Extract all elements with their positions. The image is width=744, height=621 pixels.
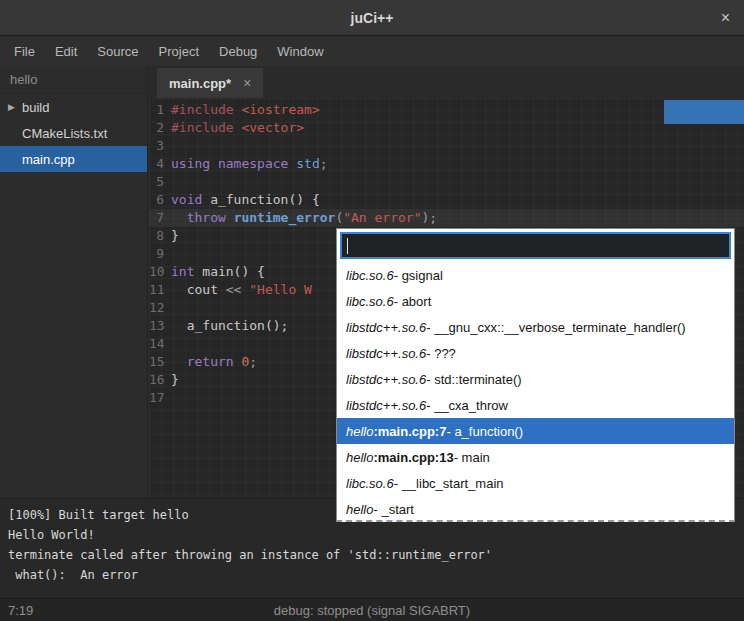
code-text: return 0;	[171, 353, 257, 371]
menu-item-source[interactable]: Source	[87, 37, 148, 66]
line-number: 14	[149, 335, 171, 353]
window-title: juCi++	[351, 10, 394, 26]
code-line: 4using namespace std;	[149, 155, 744, 173]
sidebar-item-main-cpp[interactable]: main.cpp	[0, 146, 147, 172]
debug-status: debug: stopped (signal SIGABRT)	[0, 603, 744, 618]
line-number: 4	[149, 155, 171, 173]
backtrace-item[interactable]: libstdc++.so.6 - ???	[337, 340, 734, 366]
titlebar: juCi++ ×	[0, 0, 744, 36]
backtrace-popup: libc.so.6 - gsignallibc.so.6 - abortlibs…	[336, 228, 735, 522]
console-line: terminate called after throwing an insta…	[8, 545, 736, 565]
tab-label: main.cpp*	[169, 76, 231, 91]
tab-close-icon[interactable]: ×	[243, 75, 251, 91]
backtrace-item[interactable]: libstdc++.so.6 - __cxa_throw	[337, 392, 734, 418]
line-number: 9	[149, 245, 171, 263]
menu-item-window[interactable]: Window	[267, 37, 333, 66]
backtrace-item[interactable]: libc.so.6 - __libc_start_main	[337, 470, 734, 496]
line-number: 2	[149, 119, 171, 137]
line-number: 11	[149, 281, 171, 299]
menubar: FileEditSourceProjectDebugWindow	[0, 37, 744, 66]
line-number: 10	[149, 263, 171, 281]
code-text: }	[171, 371, 179, 389]
backtrace-item[interactable]: libstdc++.so.6 - std::terminate()	[337, 366, 734, 392]
sidebar-item-build[interactable]: ▶build	[0, 94, 147, 120]
line-number: 6	[149, 191, 171, 209]
close-icon[interactable]: ×	[721, 9, 730, 27]
tab-main-cpp[interactable]: main.cpp* ×	[157, 68, 263, 98]
code-line: 3	[149, 137, 744, 155]
file-label: build	[22, 100, 49, 115]
code-line: 1#include <iostream>	[149, 101, 744, 119]
tabbar: main.cpp* ×	[149, 66, 744, 98]
code-text: throw runtime_error("An error");	[171, 209, 437, 227]
line-number: 12	[149, 299, 171, 317]
backtrace-item[interactable]: libc.so.6 - gsignal	[337, 262, 734, 288]
juci-window: juCi++ × FileEditSourceProjectDebugWindo…	[0, 0, 744, 621]
code-line: 5	[149, 173, 744, 191]
line-number: 16	[149, 371, 171, 389]
sidebar: hello ▶buildCMakeLists.txtmain.cpp	[0, 66, 148, 498]
line-number: 3	[149, 137, 171, 155]
text-cursor	[347, 238, 348, 254]
code-text: }	[171, 227, 179, 245]
expander-icon[interactable]: ▶	[8, 102, 22, 112]
popup-search-input[interactable]	[340, 232, 731, 259]
backtrace-item[interactable]: hello:main.cpp:13 - main	[337, 444, 734, 470]
scroll-overview[interactable]	[664, 100, 744, 124]
backtrace-list: libc.so.6 - gsignallibc.so.6 - abortlibs…	[337, 262, 734, 522]
code-line: 7 throw runtime_error("An error");	[149, 209, 744, 227]
menu-item-edit[interactable]: Edit	[45, 37, 87, 66]
file-tree: ▶buildCMakeLists.txtmain.cpp	[0, 94, 147, 172]
file-label: CMakeLists.txt	[22, 126, 107, 141]
menu-item-file[interactable]: File	[4, 37, 45, 66]
code-text: #include <vector>	[171, 119, 304, 137]
console-line: Hello World!	[8, 525, 736, 545]
line-number: 7	[149, 209, 171, 227]
line-number: 5	[149, 173, 171, 191]
console-line: what(): An error	[8, 565, 736, 585]
line-number: 13	[149, 317, 171, 335]
code-text: cout << "Hello W	[171, 281, 312, 299]
code-line: 2#include <vector>	[149, 119, 744, 137]
code-text: void a_function() {	[171, 191, 320, 209]
file-label: main.cpp	[22, 152, 75, 167]
cursor-position: 7:19	[0, 603, 33, 618]
backtrace-item[interactable]: libc.so.6 - abort	[337, 288, 734, 314]
menu-item-debug[interactable]: Debug	[209, 37, 267, 66]
statusbar: debug: stopped (signal SIGABRT) 7:19	[0, 598, 744, 621]
project-header: hello	[0, 66, 147, 94]
code-text: int main() {	[171, 263, 265, 281]
menu-item-project[interactable]: Project	[149, 37, 209, 66]
line-number: 15	[149, 353, 171, 371]
code-line: 6void a_function() {	[149, 191, 744, 209]
code-text: using namespace std;	[171, 155, 328, 173]
code-text: a_function();	[171, 317, 288, 335]
backtrace-item[interactable]: libstdc++.so.6 - __gnu_cxx::__verbose_te…	[337, 314, 734, 340]
line-number: 1	[149, 101, 171, 119]
backtrace-item[interactable]: hello:main.cpp:7 - a_function()	[337, 418, 734, 444]
sidebar-item-cmakelists-txt[interactable]: CMakeLists.txt	[0, 120, 147, 146]
line-number: 8	[149, 227, 171, 245]
code-text: #include <iostream>	[171, 101, 320, 119]
line-number: 17	[149, 389, 171, 407]
backtrace-item[interactable]: hello - _start	[337, 496, 734, 522]
